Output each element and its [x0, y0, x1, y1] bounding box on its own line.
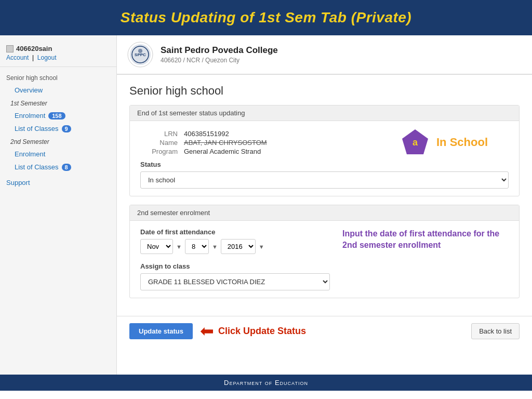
sidebar-username: 406620sain [6, 45, 110, 52]
attendance-label: Date of first attendance [140, 228, 330, 236]
sidebar-section-label: Senior high school [0, 71, 116, 84]
program-row: Program General Academic Strand [141, 148, 267, 155]
month-select[interactable]: Nov JanFebMarApr MayJunJulAug SepOctDec [140, 239, 173, 254]
list-classes-2nd-badge: 8 [62, 164, 71, 171]
dept-label: Department of Education [224, 379, 308, 387]
sidebar-item-list-classes-2nd[interactable]: List of Classes 8 [0, 161, 116, 174]
pentagon-icon: a [401, 128, 429, 156]
attendance-fields: Date of first attendance Nov JanFebMarAp… [140, 228, 330, 290]
sidebar: 406620sain Account | Logout Senior high … [0, 35, 117, 375]
lrn-row: LRN 406385151992 [141, 130, 267, 138]
status-section: Status In school Dropped Transferred [140, 161, 509, 189]
main-content: SPPC Saint Pedro Poveda College 406620 /… [117, 35, 532, 375]
program-value: General Academic Strand [184, 148, 267, 155]
list-classes-1st-label: List of Classes [15, 125, 59, 132]
program-label: Program [141, 148, 183, 155]
school-header: SPPC Saint Pedro Poveda College 406620 /… [117, 35, 532, 75]
day-arrow: ▼ [212, 244, 218, 250]
update-status-button[interactable]: Update status [129, 323, 193, 339]
lrn-value: 406385151992 [184, 130, 267, 138]
sidebar-item-enrolment-2nd[interactable]: Enrolment [0, 148, 116, 161]
header-title: Status Updating of 1st Sem Tab (Private) [121, 9, 411, 25]
back-to-list-button[interactable]: Back to list [471, 323, 520, 339]
student-info-table: LRN 406385151992 Name ABAT, JAN CHRYSOST… [140, 129, 268, 156]
name-label: Name [141, 139, 183, 147]
sidebar-item-overview[interactable]: Overview [0, 84, 116, 97]
page-body: Senior high school End of 1st semester s… [117, 75, 532, 316]
status-select[interactable]: In school Dropped Transferred [140, 171, 509, 189]
account-link[interactable]: Account [6, 54, 29, 61]
year-select[interactable]: 2016 2014201520172018 [221, 239, 256, 254]
school-sub: 406620 / NCR / Quezon City [161, 57, 278, 64]
status-label: Status [140, 161, 509, 168]
lrn-label: LRN [141, 130, 183, 138]
click-label: Click Update Status [218, 326, 306, 337]
school-name: Saint Pedro Poveda College [161, 45, 278, 56]
overview-label: Overview [15, 86, 43, 94]
name-value: ABAT, JAN CHRYSOSTOM [184, 139, 267, 147]
sidebar-links: Account | Logout [6, 54, 110, 61]
school-logo: SPPC [127, 42, 153, 68]
footer-left: Update status ⬅ Click Update Status [129, 323, 306, 339]
svg-point-4 [138, 49, 142, 53]
page-title: Senior high school [129, 84, 520, 98]
logout-link[interactable]: Logout [37, 54, 57, 61]
card2-body: Date of first attendance Nov JanFebMarAp… [130, 221, 519, 298]
semester2-card: 2nd semester enrolment Date of first att… [129, 205, 520, 298]
day-select[interactable]: 8 [185, 239, 209, 254]
sidebar-1st-semester-label: 1st Semester [0, 97, 116, 109]
sidebar-item-enrolment-1st[interactable]: Enrolment 158 [0, 109, 116, 122]
sidebar-2nd-semester-label: 2nd Semester [0, 135, 116, 148]
enrolment-1st-label: Enrolment [15, 112, 45, 119]
arrow-annotation: ⬅ Click Update Status [200, 323, 306, 339]
card1-header: End of 1st semester status updating [130, 105, 519, 121]
annotation-text: Input the date of first attendance for t… [342, 228, 509, 251]
assign-class-select[interactable]: GRADE 11 BLESSED VICTORIA DIEZ [140, 273, 330, 290]
enrolment-2nd-label: Enrolment [15, 150, 45, 158]
svg-text:a: a [413, 137, 418, 148]
student-info-row: LRN 406385151992 Name ABAT, JAN CHRYSOST… [140, 128, 509, 156]
year-arrow: ▼ [259, 244, 264, 250]
card1-body: LRN 406385151992 Name ABAT, JAN CHRYSOST… [130, 121, 519, 196]
in-school-label: In School [436, 136, 488, 149]
school-info: Saint Pedro Poveda College 406620 / NCR … [161, 45, 278, 64]
attendance-inner: Date of first attendance Nov JanFebMarAp… [140, 228, 509, 290]
name-row: Name ABAT, JAN CHRYSOSTOM [141, 139, 267, 147]
list-classes-2nd-label: List of Classes [15, 163, 59, 171]
footer-bottom: Department of Education [0, 375, 532, 391]
date-row: Nov JanFebMarApr MayJunJulAug SepOctDec … [140, 239, 330, 254]
status-visual: a In School [401, 128, 488, 156]
assign-section: Assign to class GRADE 11 BLESSED VICTORI… [140, 262, 330, 290]
enrolment-1st-badge: 158 [48, 112, 65, 119]
red-arrow-icon: ⬅ [200, 323, 214, 339]
assign-label: Assign to class [140, 262, 330, 270]
status-update-card: End of 1st semester status updating LRN … [129, 105, 520, 196]
list-classes-1st-badge: 9 [62, 125, 71, 132]
sidebar-item-support[interactable]: Support [0, 174, 116, 189]
main-header: Status Updating of 1st Sem Tab (Private) [0, 0, 532, 35]
card2-header: 2nd semester enrolment [130, 205, 519, 221]
sidebar-account: 406620sain Account | Logout [0, 41, 116, 67]
user-icon [6, 45, 14, 52]
footer-actions: Update status ⬅ Click Update Status Back… [117, 316, 532, 345]
sidebar-item-list-classes-1st[interactable]: List of Classes 9 [0, 122, 116, 135]
month-arrow: ▼ [176, 244, 182, 250]
svg-text:SPPC: SPPC [135, 52, 146, 57]
